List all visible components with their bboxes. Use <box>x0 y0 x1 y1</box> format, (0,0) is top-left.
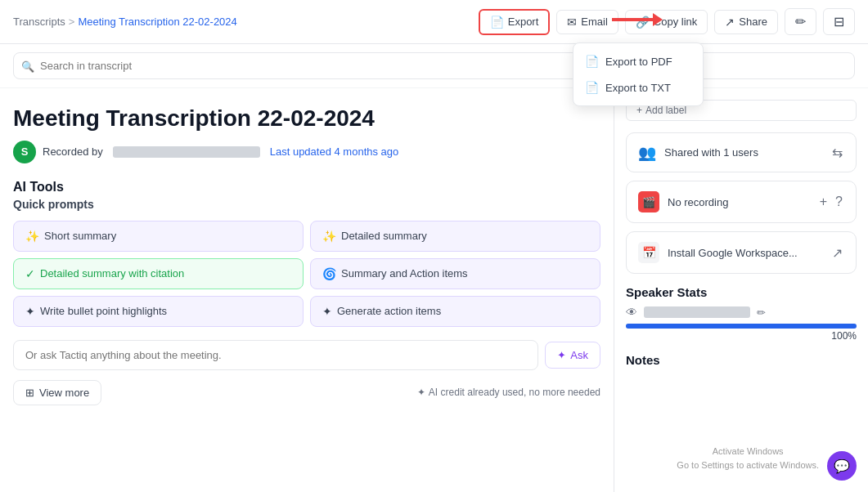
shared-card-actions: ⇆ <box>830 143 844 162</box>
export-label: Export <box>508 16 539 28</box>
breadcrumb-current: Meeting Transcription 22-02-2024 <box>78 16 236 28</box>
shared-label: Shared with 1 users <box>664 146 822 159</box>
speaker-stats-section: Speaker Stats 👁 ✏ 100% <box>626 282 857 342</box>
copy-link-button[interactable]: 🔗 Copy link <box>625 10 708 34</box>
sparkle-icon-1: ✨ <box>25 230 39 243</box>
email-label: Email <box>581 16 608 28</box>
prompt-label-6: Generate action items <box>337 305 441 317</box>
workspace-card: 📅 Install Google Workspace... ↗ <box>626 231 857 274</box>
edit-button[interactable]: ✏ <box>785 8 816 35</box>
credit-icon: ✦ <box>417 387 425 398</box>
ask-label: Ask <box>570 349 588 361</box>
top-actions: 📄 Export ✉ Email 🔗 Copy link ↗ Share ✏ <box>479 8 855 35</box>
sparkle-icon-2: ✨ <box>322 230 336 243</box>
search-input[interactable] <box>13 52 855 79</box>
swirl-icon: 🌀 <box>322 267 336 280</box>
export-dropdown: 📄 Export to PDF 📄 Export to TXT <box>573 42 704 106</box>
copy-link-label: Copy link <box>654 16 697 28</box>
prompt-label-1: Short summary <box>44 230 116 242</box>
speaker-stats-title: Speaker Stats <box>626 285 857 299</box>
view-more-label: View more <box>39 387 89 399</box>
search-wrapper: 🔍 <box>13 52 855 79</box>
bookmark-icon: ⊟ <box>834 14 844 29</box>
view-more-button[interactable]: ⊞ View more <box>13 380 101 405</box>
txt-icon: 📄 <box>585 81 599 94</box>
prompt-label-5: Write bullet point highlights <box>40 305 167 317</box>
bookmark-button[interactable]: ⊟ <box>823 8 855 35</box>
recorded-by-text: Recorded by <box>43 145 103 158</box>
prompt-detailed-citation[interactable]: ✓ Detailed summary with citation <box>13 258 304 289</box>
grid-icon: ⊞ <box>25 387 34 399</box>
recording-icon: 🎬 <box>638 191 659 212</box>
no-recording-card: 🎬 No recording + ? <box>626 181 857 223</box>
activate-windows-watermark: Activate WindowsGo to Settings to activa… <box>677 445 819 472</box>
check-icon: ✓ <box>25 267 35 280</box>
meta-row: S Recorded by Last updated 4 months ago <box>13 141 600 163</box>
credit-text: ✦ AI credit already used, no more needed <box>417 387 600 398</box>
add-recording-button[interactable]: + <box>818 193 829 211</box>
users-icon: 👥 <box>638 144 656 162</box>
star-icon-2: ✦ <box>322 305 332 318</box>
prompt-detailed-summary[interactable]: ✨ Detailed summary <box>310 221 600 252</box>
chat-bubble-button[interactable]: 💬 <box>827 451 857 481</box>
export-icon: 📄 <box>490 16 504 29</box>
prompt-label-3: Detailed summary with citation <box>40 267 184 280</box>
prompt-bullet-highlights[interactable]: ✦ Write bullet point highlights <box>13 296 304 327</box>
export-txt-label: Export to TXT <box>605 82 671 94</box>
pdf-icon: 📄 <box>585 55 599 68</box>
help-icon-button[interactable]: ? <box>834 193 844 211</box>
settings-icon-button[interactable]: ⇆ <box>830 143 844 162</box>
ask-row: ✦ Ask <box>13 340 600 370</box>
workspace-label: Install Google Workspace... <box>668 247 822 259</box>
share-button[interactable]: ↗ Share <box>714 10 778 34</box>
search-icon: 🔍 <box>21 60 34 72</box>
recording-card-actions: + ? <box>818 193 844 211</box>
link-icon: 🔗 <box>636 16 650 29</box>
speaker-edit-icon[interactable]: ✏ <box>757 306 766 319</box>
workspace-icon: 📅 <box>638 242 659 263</box>
export-txt-item[interactable]: 📄 Export to TXT <box>573 74 703 101</box>
prompt-short-summary[interactable]: ✨ Short summary <box>13 221 304 252</box>
eye-icon: 👁 <box>626 306 637 319</box>
quick-prompts-title: Quick prompts <box>13 198 600 211</box>
no-recording-label: No recording <box>668 196 810 208</box>
top-bar: Transcripts > Meeting Transcription 22-0… <box>0 0 868 44</box>
progress-label: 100% <box>626 330 857 342</box>
right-panel: + Add label 👥 Shared with 1 users ⇆ 🎬 No… <box>614 88 868 492</box>
star-icon-1: ✦ <box>25 305 35 318</box>
progress-bar-background <box>626 324 857 329</box>
search-bar-section: 🔍 <box>0 44 868 88</box>
left-panel: Meeting Transcription 22-02-2024 S Recor… <box>0 88 614 492</box>
ask-input[interactable] <box>13 340 538 370</box>
top-actions-wrapper: 📄 Export ✉ Email 🔗 Copy link ↗ Share ✏ <box>479 8 855 35</box>
credit-label: AI credit already used, no more needed <box>429 387 600 398</box>
bottom-row: ⊞ View more ✦ AI credit already used, no… <box>13 380 600 405</box>
shared-users-card: 👥 Shared with 1 users ⇆ <box>626 132 857 172</box>
ask-icon: ✦ <box>557 349 566 361</box>
page-title: Meeting Transcription 22-02-2024 <box>13 105 600 132</box>
share-icon: ↗ <box>725 16 735 29</box>
ask-button[interactable]: ✦ Ask <box>545 342 600 369</box>
author-blur <box>113 146 260 158</box>
speaker-row: 👁 ✏ <box>626 306 857 319</box>
export-button[interactable]: 📄 Export <box>479 9 551 35</box>
ai-tools-title: AI Tools <box>13 180 600 195</box>
progress-bar-fill <box>626 324 857 329</box>
edit-icon: ✏ <box>795 14 806 29</box>
last-updated-text: Last updated 4 months ago <box>270 145 399 158</box>
add-label-text: Add label <box>645 105 686 116</box>
external-link-icon-button[interactable]: ↗ <box>830 244 844 262</box>
prompt-generate-actions[interactable]: ✦ Generate action items <box>310 296 600 327</box>
email-icon: ✉ <box>567 16 577 29</box>
email-button[interactable]: ✉ Email <box>556 10 618 34</box>
export-pdf-label: Export to PDF <box>605 56 672 68</box>
speaker-name-blur <box>644 306 750 318</box>
breadcrumb-root[interactable]: Transcripts <box>13 16 65 28</box>
export-pdf-item[interactable]: 📄 Export to PDF <box>573 48 703 74</box>
avatar: S <box>13 141 36 163</box>
prompt-label-2: Detailed summary <box>341 230 427 242</box>
prompt-summary-action[interactable]: 🌀 Summary and Action items <box>310 258 600 289</box>
notes-title: Notes <box>626 353 857 367</box>
prompt-label-4: Summary and Action items <box>341 267 468 280</box>
progress-bar-wrap: 100% <box>626 324 857 342</box>
